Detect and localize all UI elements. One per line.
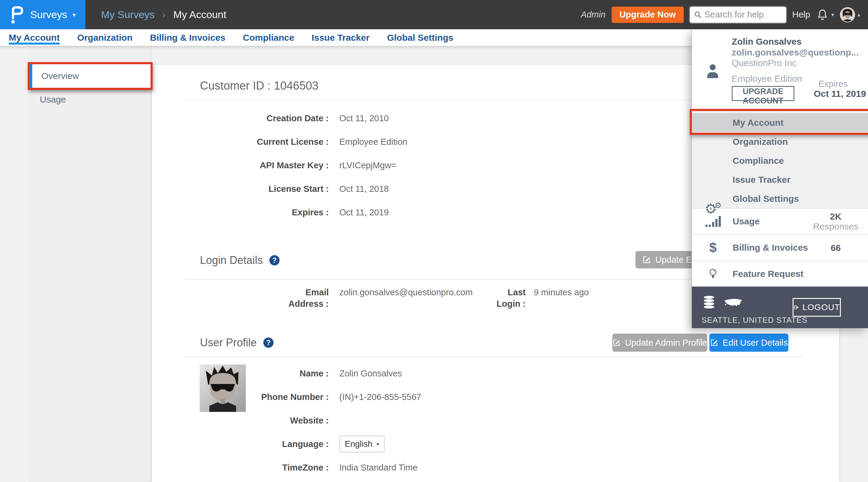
- breadcrumb: My Surveys › My Account: [101, 9, 226, 21]
- email-label-wrap: Email Address :: [152, 287, 329, 309]
- edit-icon: [612, 338, 621, 347]
- usage-label: Usage: [733, 216, 760, 227]
- edit-user-details-label: Edit User Details: [723, 338, 788, 348]
- tab-issue-tracker[interactable]: Issue Tracker: [312, 29, 369, 46]
- profile-fields: Name : Zolin Gonsalves Phone Number : (I…: [152, 362, 839, 479]
- field-label: API Master Key :: [152, 160, 329, 171]
- expires-value: Oct 11, 2019: [814, 89, 866, 99]
- top-navigation-bar: Surveys ▾ My Surveys › My Account Admin …: [0, 0, 868, 29]
- usage-value: 2K: [810, 211, 861, 221]
- tab-organization[interactable]: Organization: [77, 29, 132, 46]
- account-dropdown-panel: Zolin Gonsalves zolin.gonsalves@question…: [691, 29, 868, 328]
- help-link[interactable]: Help: [792, 10, 810, 20]
- person-icon: [706, 63, 720, 79]
- field-value: Oct 11, 2019: [339, 208, 389, 217]
- chevron-down-icon: ▾: [73, 11, 76, 19]
- panel-menu-issue-tracker[interactable]: Issue Tracker: [692, 170, 868, 189]
- breadcrumb-separator-icon: ›: [162, 10, 165, 20]
- tab-my-account[interactable]: My Account: [9, 29, 60, 46]
- notifications-menu[interactable]: ▾: [816, 8, 834, 21]
- lightbulb-icon: [705, 268, 721, 280]
- help-icon[interactable]: ?: [263, 337, 274, 348]
- email-value: zolin.gonsalves@questionpro.com: [339, 287, 484, 298]
- panel-user-email: zolin.gonsalves@questionp...: [732, 47, 859, 58]
- upgrade-account-button[interactable]: UPGRADE ACCOUNT: [732, 86, 795, 101]
- chevron-up-icon: ▴: [858, 11, 860, 18]
- breadcrumb-current: My Account: [174, 9, 226, 21]
- usa-map-icon: [724, 297, 743, 307]
- bar-chart-icon: [705, 216, 721, 227]
- panel-menu-organization[interactable]: Organization: [692, 132, 868, 151]
- divider: [184, 357, 805, 357]
- admin-label[interactable]: Admin: [581, 10, 606, 20]
- chevron-down-icon: ▾: [377, 441, 379, 447]
- language-select[interactable]: English ▾: [339, 435, 384, 452]
- help-icon[interactable]: ?: [269, 255, 280, 265]
- tab-global-settings[interactable]: Global Settings: [387, 29, 453, 46]
- sidebar-item-overview[interactable]: Overview: [30, 64, 151, 88]
- field-value: Zolin Gonsalves: [339, 369, 402, 379]
- language-selected-value: English: [345, 439, 372, 449]
- field-value: (IN)+1-206-855-5567: [339, 392, 421, 402]
- logout-label: LOGOUT: [803, 303, 840, 312]
- expires-label: Expires: [818, 79, 848, 89]
- avatar: [840, 7, 855, 22]
- billing-value: 66: [810, 243, 861, 253]
- questionpro-logo-icon: [9, 5, 25, 24]
- chevron-down-icon: ▾: [831, 11, 834, 18]
- server-location: SEATTLE, UNITED STATES: [702, 315, 807, 325]
- upgrade-now-button[interactable]: Upgrade Now: [612, 7, 684, 23]
- product-label: Surveys: [30, 9, 67, 21]
- panel-menu: My Account Organization Compliance Issue…: [692, 110, 868, 208]
- feature-request-label: Feature Request: [733, 269, 803, 279]
- field-value: Employee Edition: [339, 137, 407, 147]
- field-row: Website :: [152, 409, 839, 432]
- panel-menu-compliance[interactable]: Compliance: [692, 151, 868, 170]
- email-label: Email Address :: [285, 287, 329, 309]
- topbar-actions: Admin Upgrade Now Help ▾: [581, 7, 868, 23]
- help-search-box[interactable]: [690, 7, 786, 23]
- field-value: India Standard Time: [339, 463, 418, 473]
- breadcrumb-my-surveys[interactable]: My Surveys: [101, 9, 155, 21]
- panel-billing-row[interactable]: $ Billing & Invoices 66: [692, 234, 868, 261]
- user-profile-title: User Profile: [200, 336, 257, 349]
- sidebar: [29, 46, 152, 482]
- panel-menu-my-account[interactable]: My Account: [692, 113, 868, 132]
- last-login-label: Last Login :: [484, 287, 526, 309]
- panel-user-info: Zolin Gonsalves zolin.gonsalves@question…: [692, 29, 868, 110]
- panel-footer: SEATTLE, UNITED STATES LOGOUT: [692, 287, 868, 328]
- product-switcher[interactable]: Surveys ▾: [0, 0, 85, 29]
- field-label: Language :: [152, 439, 329, 449]
- tab-compliance[interactable]: Compliance: [243, 29, 294, 46]
- edit-icon: [642, 255, 651, 264]
- panel-user-company: QuestionPro Inc: [732, 58, 797, 68]
- sidebar-item-usage[interactable]: Usage: [29, 90, 152, 109]
- usage-unit: Responses: [810, 221, 861, 231]
- login-details-title: Login Details: [200, 254, 263, 267]
- database-icon: [702, 295, 716, 309]
- field-row: Name : Zolin Gonsalves: [152, 362, 839, 385]
- update-admin-profile-label: Update Admin Profile: [625, 338, 707, 348]
- update-admin-profile-button[interactable]: Update Admin Profile: [612, 334, 707, 352]
- edit-user-details-button[interactable]: Edit User Details: [709, 334, 788, 352]
- bell-icon: [816, 8, 829, 21]
- field-label: Creation Date :: [152, 113, 329, 123]
- logout-button[interactable]: LOGOUT: [793, 298, 841, 317]
- field-label: Expires :: [152, 208, 329, 217]
- field-row: Language : English ▾: [152, 432, 839, 456]
- field-label: Website :: [152, 416, 329, 426]
- field-value: Oct 11, 2010: [339, 113, 389, 123]
- field-label: TimeZone :: [152, 463, 329, 473]
- search-input[interactable]: [705, 10, 782, 20]
- profile-photo: [200, 364, 246, 412]
- account-menu-trigger[interactable]: ▴: [840, 7, 860, 22]
- field-value: rLVICepjMgw=: [339, 160, 396, 171]
- panel-usage-row[interactable]: Usage 2K Responses: [692, 208, 868, 234]
- field-row: Phone Number : (IN)+1-206-855-5567: [152, 385, 839, 409]
- tab-billing-invoices[interactable]: Billing & Invoices: [150, 29, 225, 46]
- panel-feature-request-row[interactable]: Feature Request: [692, 260, 868, 287]
- field-value: Oct 11, 2018: [339, 184, 389, 194]
- logout-icon: [794, 303, 799, 312]
- dollar-icon: $: [705, 240, 721, 255]
- field-row: TimeZone : India Standard Time: [152, 456, 839, 479]
